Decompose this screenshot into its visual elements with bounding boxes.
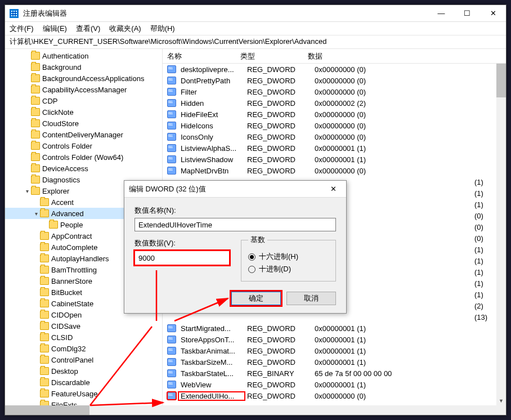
tree-item-label: CLSID xyxy=(51,333,73,342)
menu-favorites[interactable]: 收藏夹(A) xyxy=(109,24,141,34)
tree-item-label: Authentication xyxy=(42,52,88,60)
tree-item-background[interactable]: Background xyxy=(5,61,162,73)
tree-item-label: AppContract xyxy=(51,232,92,240)
menubar: 文件(F) 编辑(E) 查看(V) 收藏夹(A) 帮助(H) xyxy=(5,22,506,35)
folder-icon xyxy=(31,142,40,150)
scroll-thumb[interactable] xyxy=(496,64,506,97)
minimize-button[interactable]: — xyxy=(428,5,454,22)
tree-item-label: CIDOpen xyxy=(51,311,82,319)
value-row[interactable]: TaskbarAnimat...REG_DWORD0x00000001 (1) xyxy=(163,345,506,356)
col-name[interactable]: 名称 xyxy=(163,51,236,61)
address-bar[interactable]: 计算机\HKEY_CURRENT_USER\Software\Microsoft… xyxy=(5,35,506,49)
radio-dec[interactable]: 十进制(D) xyxy=(248,264,329,274)
tree-item-controls-folder-wow64-[interactable]: Controls Folder (Wow64) xyxy=(5,151,162,163)
value-row[interactable]: MapNetDrvBtnREG_DWORD0x00000000 (0) xyxy=(163,165,506,176)
dword-icon xyxy=(167,167,176,175)
value-row[interactable]: ListviewShadowREG_DWORD0x00000001 (1) xyxy=(163,154,506,165)
value-row[interactable]: HideFileExtREG_DWORD0x00000000 (0) xyxy=(163,109,506,120)
tree-item-controls-folder[interactable]: Controls Folder xyxy=(5,140,162,151)
tree-item-cloudstore[interactable]: CloudStore xyxy=(5,118,162,129)
value-row[interactable]: DontPrettyPathREG_DWORD0x00000000 (0) xyxy=(163,75,506,86)
menu-view[interactable]: 查看(V) xyxy=(76,24,100,34)
tree-item-label: BannerStore xyxy=(51,277,92,285)
tree-item-cdp[interactable]: CDP xyxy=(5,95,162,106)
value-data: 0x00000001 (1) xyxy=(312,336,506,344)
dialog-close-button[interactable]: ✕ xyxy=(325,185,342,193)
value-name: MapNetDrvBtn xyxy=(178,167,245,175)
tree-item-comdlg32[interactable]: ComDlg32 xyxy=(5,343,162,354)
tree-item-label: Controls Folder (Wow64) xyxy=(42,153,123,162)
dword-icon xyxy=(167,77,176,84)
tree-item-label: CabinetState xyxy=(51,300,93,308)
folder-icon xyxy=(31,176,40,184)
value-row[interactable]: ExtendedUIHo...REG_DWORD0x00000000 (0) xyxy=(163,390,506,401)
value-data: 0x00000001 (1) xyxy=(312,347,506,355)
maximize-button[interactable]: ☐ xyxy=(454,5,480,22)
value-row[interactable]: ListviewAlphaS...REG_DWORD0x00000001 (1) xyxy=(163,142,506,154)
value-type: REG_DWORD xyxy=(245,88,312,96)
dword-icon xyxy=(167,155,176,163)
value-type: REG_DWORD xyxy=(245,167,312,175)
dword-icon xyxy=(167,381,176,388)
tree-item-label: AutoComplete xyxy=(51,243,97,252)
tree-item-clsid[interactable]: CLSID xyxy=(5,332,162,343)
tree-item-label: Accent xyxy=(51,198,74,207)
radio-hex[interactable]: 十六进制(H) xyxy=(248,252,329,262)
tree-item-deviceaccess[interactable]: DeviceAccess xyxy=(5,163,162,174)
tree-item-featureusage[interactable]: FeatureUsage xyxy=(5,388,162,399)
folder-icon xyxy=(40,401,49,405)
dword-icon xyxy=(167,110,176,118)
tree-item-authentication[interactable]: Authentication xyxy=(5,50,162,61)
dialog-titlebar[interactable]: 编辑 DWORD (32 位)值 ✕ xyxy=(124,181,346,198)
folder-icon xyxy=(40,333,49,341)
folder-icon xyxy=(40,378,49,386)
tree-item-contentdeliverymanager[interactable]: ContentDeliveryManager xyxy=(5,129,162,140)
values-scrollbar[interactable]: ▲ ▼ xyxy=(496,64,506,405)
tree-item-controlpanel[interactable]: ControlPanel xyxy=(5,354,162,365)
folder-icon xyxy=(40,345,49,352)
col-type[interactable]: 类型 xyxy=(236,51,303,61)
value-name: Hidden xyxy=(178,99,245,108)
folder-icon xyxy=(40,390,49,397)
value-row[interactable]: TaskbarSizeM...REG_DWORD0x00000001 (1) xyxy=(163,356,506,368)
folder-icon xyxy=(31,131,40,138)
value-data: 0x00000000 (0) xyxy=(312,65,506,74)
value-type: REG_BINARY xyxy=(245,369,312,378)
value-row[interactable]: HideIconsREG_DWORD0x00000000 (0) xyxy=(163,120,506,131)
dword-icon xyxy=(167,358,176,366)
menu-help[interactable]: 帮助(H) xyxy=(150,24,175,34)
tree-item-discardable[interactable]: Discardable xyxy=(5,377,162,388)
value-row[interactable]: FilterREG_DWORD0x00000000 (0) xyxy=(163,86,506,97)
value-row[interactable]: WebViewREG_DWORD0x00000001 (1) xyxy=(163,379,506,390)
tree-item-clicknote[interactable]: ClickNote xyxy=(5,106,162,118)
value-data-field[interactable] xyxy=(135,251,230,265)
ok-button[interactable]: 确定 xyxy=(231,292,281,305)
cancel-button[interactable]: 取消 xyxy=(286,292,336,305)
horizontal-scrollbar[interactable] xyxy=(5,405,506,415)
tree-item-label: BackgroundAccessApplications xyxy=(42,74,144,83)
value-row[interactable]: IconsOnlyREG_DWORD0x00000000 (0) xyxy=(163,131,506,142)
tree-item-backgroundaccessapplications[interactable]: BackgroundAccessApplications xyxy=(5,73,162,84)
value-name: ExtendedUIHo... xyxy=(178,392,245,400)
value-name-field[interactable] xyxy=(135,218,336,231)
tree-item-desktop[interactable]: Desktop xyxy=(5,365,162,377)
tree-item-fileexts[interactable]: FileExts xyxy=(5,399,162,405)
close-button[interactable]: ✕ xyxy=(480,5,506,22)
scroll-down-icon[interactable]: ▼ xyxy=(496,396,506,405)
hscroll-thumb[interactable] xyxy=(5,405,89,415)
value-data: 65 de 7a 5f 00 00 00 00 xyxy=(312,369,506,378)
folder-icon xyxy=(31,108,40,116)
value-row[interactable]: StoreAppsOnT...REG_DWORD0x00000001 (1) xyxy=(163,334,506,345)
value-row[interactable]: desktoplivepre...REG_DWORD0x00000000 (0) xyxy=(163,64,506,75)
value-type: REG_DWORD xyxy=(245,122,312,130)
value-row[interactable]: TaskbarStateL...REG_BINARY65 de 7a 5f 00… xyxy=(163,368,506,379)
dword-icon xyxy=(167,324,176,332)
value-row[interactable]: HiddenREG_DWORD0x00000002 (2) xyxy=(163,97,506,109)
value-row[interactable]: StartMigrated...REG_DWORD0x00000001 (1) xyxy=(163,323,506,334)
tree-item-cidsave[interactable]: CIDSave xyxy=(5,320,162,332)
col-data[interactable]: 数据 xyxy=(303,51,506,61)
menu-file[interactable]: 文件(F) xyxy=(10,24,34,34)
tree-item-label: ComDlg32 xyxy=(51,345,86,353)
tree-item-capabilityaccessmanager[interactable]: CapabilityAccessManager xyxy=(5,84,162,95)
menu-edit[interactable]: 编辑(E) xyxy=(43,24,67,34)
